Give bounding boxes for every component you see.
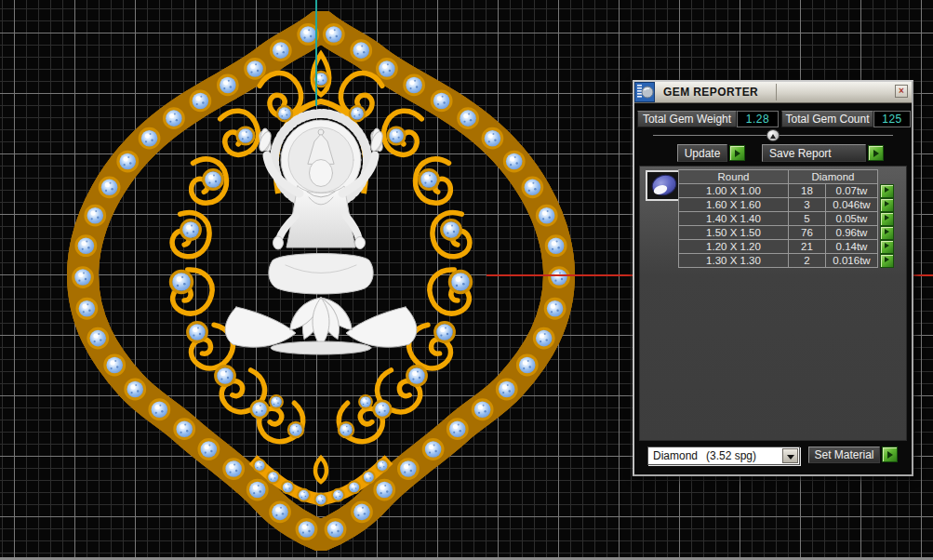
gem-stone [175, 420, 193, 438]
gem-count-cell: 2 [788, 253, 826, 268]
gem-stone [288, 422, 303, 437]
gem-table-header: Round Diamond [679, 169, 894, 184]
save-report-button[interactable]: Save Report [762, 144, 866, 162]
gem-reporter-panel: GEM REPORTER × Total Gem Weight 1.28 Tot… [633, 80, 913, 476]
material-dropdown-value: Diamond [653, 449, 698, 462]
save-report-go-icon[interactable] [868, 145, 884, 161]
gem-stone [546, 236, 565, 255]
set-material-go-icon[interactable] [882, 447, 898, 462]
gem-stone [165, 109, 183, 127]
gem-stone [298, 489, 310, 501]
gem-stone [432, 91, 450, 110]
gem-stone [100, 178, 118, 196]
table-row: 1.00 X 1.00180.07tw [679, 183, 894, 198]
total-gem-count-label: Total Gem Count [781, 111, 873, 127]
gem-weight-cell: 0.016tw [825, 253, 878, 268]
gem-stone [204, 170, 222, 189]
gem-count-cell: 5 [788, 211, 826, 226]
gem-stone [535, 328, 553, 347]
gem-stone [251, 401, 268, 418]
gem-size-cell: 1.50 X 1.50 [678, 225, 789, 240]
gem-stone [272, 41, 290, 60]
row-go-icon[interactable] [880, 198, 894, 212]
row-go-icon[interactable] [880, 226, 894, 240]
update-go-icon[interactable] [729, 145, 745, 161]
gem-stone [375, 480, 393, 499]
material-density-value: (3.52 spg) [706, 449, 756, 462]
gem-stone [450, 272, 472, 293]
gem-stone [423, 440, 442, 459]
gem-stone [407, 367, 426, 385]
gem-stone [248, 480, 267, 499]
gem-size-cell: 1.20 X 1.20 [678, 239, 789, 254]
gem-stone [270, 395, 283, 408]
material-dropdown[interactable]: Diamond (3.52 spg) [647, 447, 800, 465]
pendant-model[interactable] [65, 11, 577, 551]
totals-row: Total Gem Weight 1.28 Total Gem Count 12… [637, 111, 911, 127]
panel-title: GEM REPORTER [655, 86, 758, 99]
gem-stone [359, 395, 372, 408]
gem-stone [550, 268, 568, 287]
gem-stone [188, 323, 207, 341]
gem-stone [350, 106, 365, 121]
close-icon[interactable]: × [895, 85, 908, 98]
update-button[interactable]: Update [677, 144, 727, 162]
gem-weight-cell: 0.07tw [825, 183, 878, 198]
gem-weight-cell: 0.96tw [825, 225, 878, 240]
titlebar-divider [776, 84, 777, 100]
row-go-icon[interactable] [880, 212, 894, 226]
gem-stone [523, 178, 541, 196]
row-go-icon[interactable] [880, 254, 894, 268]
chevron-down-icon[interactable] [782, 448, 798, 463]
gem-stone [498, 380, 516, 398]
gem-stone [483, 129, 501, 148]
row-go-icon[interactable] [880, 240, 894, 254]
y-axis-line [315, 0, 317, 106]
gem-stone [181, 220, 200, 239]
gem-stone [105, 355, 124, 374]
gem-stone [348, 482, 360, 494]
gem-stone [88, 328, 107, 347]
gem-stone [171, 272, 193, 293]
gem-stone [377, 460, 389, 472]
gem-stone [325, 25, 343, 44]
gem-weight-cell: 0.14tw [825, 239, 878, 254]
gem-stone [435, 323, 454, 341]
set-material-button[interactable]: Set Material [808, 447, 880, 463]
table-row: 1.40 X 1.4050.05tw [679, 211, 894, 226]
gem-stone [399, 460, 418, 478]
table-row: 1.20 X 1.20210.14tw [679, 239, 894, 254]
gem-stone [339, 422, 353, 437]
gem-stone [199, 440, 218, 459]
gem-stone [420, 170, 438, 189]
gem-stone [315, 494, 327, 506]
gem-stone [216, 367, 234, 385]
gem-count-cell: 18 [788, 183, 826, 198]
table-row: 1.30 X 1.3020.016tw [679, 253, 894, 268]
gem-stone [140, 129, 158, 148]
gem-weight-cell: 0.05tw [825, 211, 878, 226]
gem-stone [282, 482, 294, 494]
gem-stone [271, 502, 289, 521]
gem-stone [254, 460, 266, 472]
gem-preview-thumbnail [646, 170, 683, 201]
gem-stone [352, 41, 370, 60]
gem-stone [126, 380, 144, 398]
gem-stone [518, 355, 537, 374]
gem-stone [473, 400, 491, 419]
gem-stone [448, 420, 467, 438]
gem-stone [297, 520, 315, 539]
gem-stone [73, 268, 92, 287]
panel-titlebar[interactable]: GEM REPORTER × [634, 82, 912, 103]
row-go-icon[interactable] [880, 184, 894, 198]
gem-stone [77, 300, 96, 318]
collapse-toggle-icon[interactable] [766, 129, 780, 141]
gem-count-cell: 76 [788, 225, 826, 240]
gem-stone [191, 91, 209, 110]
gem-stone [538, 206, 556, 224]
report-content-area: Round Diamond 1.00 X 1.00180.07tw1.60 X … [639, 166, 907, 441]
gem-stone [442, 220, 460, 239]
table-row: 1.60 X 1.6030.046tw [679, 197, 894, 212]
gem-stone [224, 460, 243, 478]
gem-stone [353, 502, 371, 521]
